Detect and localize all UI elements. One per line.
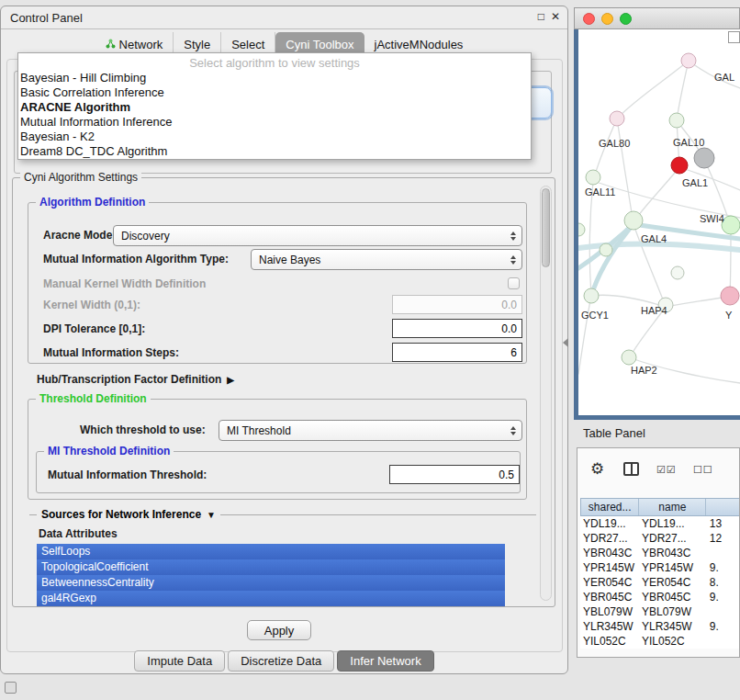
table-cell[interactable]: YDL19... bbox=[639, 516, 707, 531]
mi-steps-field[interactable] bbox=[392, 343, 522, 362]
columns-icon[interactable] bbox=[623, 462, 639, 476]
table-row[interactable]: YPR145WYPR145W9. bbox=[580, 560, 740, 575]
panel-splitter-arrow-icon[interactable] bbox=[563, 338, 568, 347]
table-cell[interactable]: YBR043C bbox=[580, 546, 639, 560]
table-cell[interactable]: YPR145W bbox=[639, 560, 707, 575]
float-window-icon[interactable]: □ bbox=[538, 10, 544, 23]
table-row[interactable]: YDL19...YDL19...13 bbox=[580, 516, 740, 531]
network-node-swi4[interactable] bbox=[722, 216, 740, 234]
column-header-shared[interactable]: shared... bbox=[581, 499, 639, 515]
network-edge[interactable] bbox=[591, 295, 659, 305]
data-attribute-item-topologicalcoefficient[interactable]: TopologicalCoefficient bbox=[37, 559, 505, 575]
table-cell[interactable]: 12 bbox=[707, 531, 740, 546]
table-cell[interactable]: YPR145W bbox=[580, 560, 639, 575]
mi-type-combobox[interactable]: Naive Bayes bbox=[251, 249, 522, 270]
settings-scrollbar[interactable] bbox=[540, 186, 552, 601]
table-cell[interactable]: 13 bbox=[707, 516, 740, 531]
table-cell[interactable]: YDR27... bbox=[639, 531, 707, 546]
network-node-gal10[interactable] bbox=[669, 113, 684, 128]
table-cell[interactable]: YBR045C bbox=[580, 590, 639, 604]
deselect-all-icon[interactable]: ☐☐ bbox=[693, 464, 713, 476]
dpi-tolerance-field[interactable] bbox=[392, 319, 522, 338]
table-cell[interactable]: YLR345W bbox=[639, 619, 707, 634]
table-cell[interactable]: 9. bbox=[707, 560, 740, 575]
network-node[interactable] bbox=[694, 148, 714, 168]
which-threshold-combobox[interactable]: MI Threshold bbox=[219, 420, 522, 441]
network-node-gal1[interactable] bbox=[671, 157, 688, 174]
table-cell[interactable]: YER054C bbox=[580, 575, 639, 590]
network-node-gal4[interactable] bbox=[624, 211, 643, 230]
network-node[interactable] bbox=[578, 223, 585, 236]
data-attribute-item-selfloops[interactable]: SelfLoops bbox=[37, 544, 505, 559]
table-cell[interactable]: 8. bbox=[707, 575, 740, 590]
table-cell[interactable]: YBR043C bbox=[639, 546, 707, 560]
settings-scrollbar-thumb[interactable] bbox=[542, 188, 550, 267]
table-row[interactable]: YIL052CYIL052C bbox=[580, 634, 740, 649]
network-node-gal11[interactable] bbox=[586, 170, 600, 185]
table-cell[interactable]: 9. bbox=[707, 619, 740, 634]
table-row[interactable]: YBL079WYBL079W bbox=[580, 604, 740, 619]
table-cell[interactable] bbox=[707, 546, 740, 560]
table-cell[interactable]: YBL079W bbox=[580, 604, 639, 619]
algorithm-option-aracne-algorithm[interactable]: ARACNE Algorithm bbox=[18, 100, 531, 115]
table-cell[interactable]: YBL079W bbox=[639, 604, 707, 619]
data-attribute-item-betweennesscentrality[interactable]: BetweennessCentrality bbox=[37, 575, 505, 591]
table-row[interactable]: YBR045CYBR045C9. bbox=[580, 590, 740, 604]
network-node[interactable] bbox=[671, 266, 684, 279]
mac-close-icon[interactable] bbox=[583, 13, 595, 25]
birdseye-toggle[interactable] bbox=[728, 31, 740, 43]
data-attribute-item-gal4rgexp[interactable]: gal4RGexp bbox=[37, 591, 505, 606]
aracne-mode-combobox[interactable]: Discovery bbox=[113, 225, 522, 246]
network-edge[interactable] bbox=[591, 224, 633, 296]
table-cell[interactable]: YDL19... bbox=[580, 516, 639, 531]
network-edge[interactable] bbox=[635, 167, 679, 220]
table-row[interactable]: YER054CYER054C8. bbox=[580, 575, 740, 590]
bottom-tab-infer-network[interactable]: Infer Network bbox=[337, 650, 433, 672]
table-row[interactable]: YLR345WYLR345W9. bbox=[580, 619, 740, 634]
network-edge[interactable] bbox=[617, 119, 633, 224]
network-node-gcy1[interactable] bbox=[584, 288, 599, 303]
kernel-width-field[interactable] bbox=[392, 295, 522, 314]
network-node-y[interactable] bbox=[721, 287, 739, 305]
table-cell[interactable]: 9. bbox=[707, 590, 740, 604]
network-edge[interactable] bbox=[578, 296, 591, 374]
algorithm-option-bayesian-k2[interactable]: Bayesian - K2 bbox=[18, 130, 531, 144]
hub-definition-disclosure[interactable]: Hub/Transcription Factor Definition ▶ bbox=[37, 373, 234, 386]
network-edge[interactable] bbox=[666, 297, 728, 307]
table-row[interactable]: YDR27...YDR27...12 bbox=[580, 531, 740, 546]
close-icon[interactable]: ✕ bbox=[551, 10, 560, 23]
network-node-gal80[interactable] bbox=[610, 111, 624, 126]
table-cell[interactable]: YER054C bbox=[639, 575, 707, 590]
network-edge[interactable] bbox=[589, 181, 593, 296]
table-cell[interactable]: YIL052C bbox=[639, 634, 707, 649]
bottom-tab-impute-data[interactable]: Impute Data bbox=[134, 650, 225, 672]
apply-button[interactable]: Apply bbox=[247, 620, 311, 640]
select-all-icon[interactable]: ☑☑ bbox=[656, 464, 677, 476]
table-cell[interactable] bbox=[707, 604, 740, 619]
algorithm-option-basic-correlation-inference[interactable]: Basic Correlation Inference bbox=[18, 85, 531, 100]
algorithm-option-bayesian-hill-climbing[interactable]: Bayesian - Hill Climbing bbox=[18, 71, 531, 85]
network-node[interactable] bbox=[681, 53, 696, 68]
table-cell[interactable]: YIL052C bbox=[580, 634, 639, 649]
mac-zoom-icon[interactable] bbox=[620, 13, 632, 25]
network-node-hap2[interactable] bbox=[622, 350, 636, 365]
table-cell[interactable]: YLR345W bbox=[580, 619, 639, 634]
mi-threshold-field[interactable] bbox=[389, 465, 520, 484]
column-header-name[interactable]: name bbox=[639, 499, 706, 515]
algorithm-option-dream8-dc-tdc-algorithm[interactable]: Dream8 DC_TDC Algorithm bbox=[18, 144, 531, 159]
table-cell[interactable]: YBR045C bbox=[639, 590, 707, 604]
mac-minimize-icon[interactable] bbox=[601, 13, 613, 25]
table-cell[interactable] bbox=[707, 634, 740, 649]
network-canvas[interactable]: GAL80GAL10GAL1GAL11SWI4GAL4GCY1HAP4YHAP2… bbox=[578, 29, 740, 415]
table-cell[interactable]: YDR27... bbox=[580, 531, 639, 546]
network-edge[interactable] bbox=[677, 61, 689, 120]
sources-disclosure[interactable]: Sources for Network Inference ▼ bbox=[37, 508, 220, 521]
table-row[interactable]: YBR043CYBR043C bbox=[580, 546, 740, 560]
chevron-down-icon[interactable]: ▼ bbox=[207, 510, 216, 520]
gear-icon[interactable]: ⚙ bbox=[590, 459, 604, 479]
bottom-tab-discretize-data[interactable]: Discretize Data bbox=[228, 650, 334, 672]
algorithm-option-mutual-information-inference[interactable]: Mutual Information Inference bbox=[18, 115, 531, 130]
docked-panel-icon[interactable] bbox=[5, 682, 17, 694]
manual-kernel-checkbox[interactable] bbox=[508, 277, 520, 289]
network-node[interactable] bbox=[600, 243, 612, 256]
